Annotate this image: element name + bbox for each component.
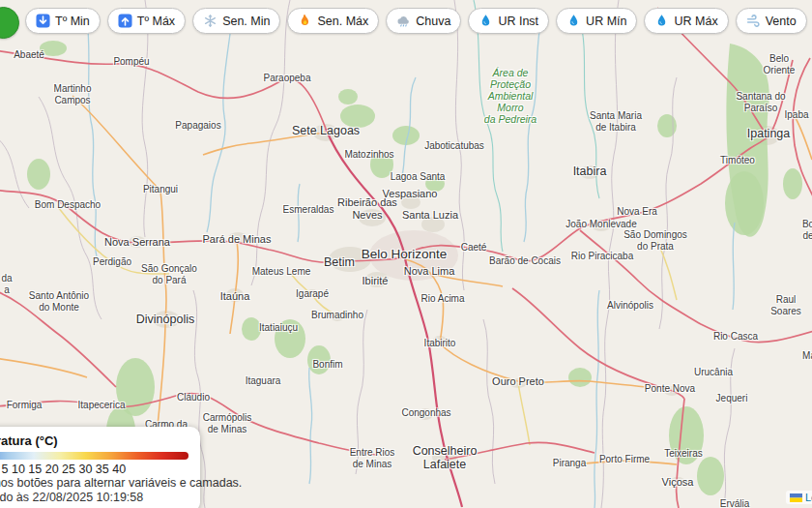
drop-icon bbox=[478, 14, 493, 28]
toolbar-button-ur-m-n[interactable]: UR Mín bbox=[556, 8, 637, 34]
toolbar-button-label: Sen. Máx bbox=[317, 15, 368, 28]
legend-hint-text: Clique nos botões para alternar variávei… bbox=[0, 476, 188, 491]
legend-scale-values: -10 -5 0 5 10 15 20 25 30 35 40 bbox=[0, 463, 188, 476]
ukraine-flag-icon bbox=[790, 493, 802, 502]
toolbar-button-label: Tº Min bbox=[55, 15, 90, 28]
toolbar-button-sen-m-x[interactable]: Sen. Máx bbox=[287, 8, 379, 34]
map-attribution: Leaflet bbox=[786, 491, 812, 504]
toolbar-buttons: Tº MinTº MáxSen. MinSen. MáxChuvaUR Inst… bbox=[25, 8, 812, 34]
toolbar-button-vento[interactable]: Vento bbox=[736, 8, 807, 34]
legend-updated-timestamp: Atualizado às 22/08/2025 10:19:58 bbox=[0, 491, 188, 505]
toolbar-button-label: Chuva bbox=[416, 15, 450, 28]
toolbar-button-chuva[interactable]: Chuva bbox=[386, 8, 461, 34]
legend-title: Temperatura (°C) bbox=[0, 433, 188, 449]
toolbar-button-label: UR Inst bbox=[498, 15, 538, 28]
toolbar-button-t-min[interactable]: Tº Min bbox=[25, 8, 101, 34]
temp-max-icon bbox=[118, 14, 132, 28]
wind-icon bbox=[746, 14, 761, 28]
rain-cloud-icon bbox=[396, 14, 411, 28]
toolbar-button-sen-min[interactable]: Sen. Min bbox=[192, 8, 280, 34]
legend-panel: Temperatura (°C) -10 -5 0 5 10 15 20 25 … bbox=[0, 427, 200, 508]
snowflake-icon bbox=[203, 14, 218, 28]
temp-min-icon bbox=[36, 14, 50, 28]
drop-icon bbox=[654, 14, 669, 28]
toolbar-button-label: Tº Máx bbox=[137, 15, 175, 28]
drop-icon bbox=[566, 14, 581, 28]
toolbar-button-label: UR Máx bbox=[674, 15, 717, 28]
leaflet-link[interactable]: Leaflet bbox=[805, 492, 812, 503]
flame-icon bbox=[298, 14, 312, 28]
temperature-gradient-bar bbox=[0, 452, 188, 460]
toolbar-button-ur-inst[interactable]: UR Inst bbox=[468, 8, 549, 34]
toolbar-button-label: Sen. Min bbox=[222, 15, 270, 28]
toolbar-button-ur-m-x[interactable]: UR Máx bbox=[644, 8, 728, 34]
weather-map-app: AbaetéPompéuMartinho CamposParaopebaPapa… bbox=[0, 0, 812, 508]
toolbar-button-label: Vento bbox=[766, 15, 797, 28]
toolbar-button-label: UR Mín bbox=[586, 15, 626, 28]
toolbar-button-t-m-x[interactable]: Tº Máx bbox=[107, 8, 186, 34]
